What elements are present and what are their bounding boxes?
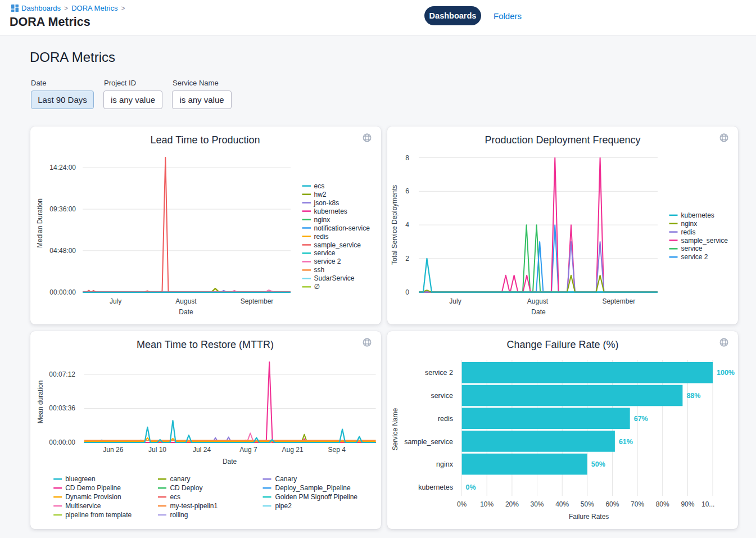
svg-text:Mean duration: Mean duration bbox=[37, 381, 44, 424]
svg-text:4: 4 bbox=[405, 221, 409, 229]
svg-text:Aug 7: Aug 7 bbox=[239, 446, 257, 454]
svg-text:Date: Date bbox=[179, 308, 193, 316]
svg-text:bluegreen: bluegreen bbox=[65, 475, 95, 483]
svg-text:ecs: ecs bbox=[170, 493, 180, 501]
svg-text:service: service bbox=[431, 392, 453, 400]
svg-text:rolling: rolling bbox=[170, 511, 188, 519]
svg-text:kubernetes: kubernetes bbox=[314, 207, 347, 215]
svg-text:Canary: Canary bbox=[275, 475, 297, 483]
svg-text:Jul 10: Jul 10 bbox=[148, 446, 166, 454]
svg-text:CD Demo Pipeline: CD Demo Pipeline bbox=[65, 484, 121, 492]
svg-text:Aug 21: Aug 21 bbox=[282, 446, 304, 454]
svg-text:Date: Date bbox=[531, 308, 546, 316]
svg-text:service 2: service 2 bbox=[681, 253, 708, 261]
svg-text:0: 0 bbox=[405, 288, 409, 296]
svg-text:ecs: ecs bbox=[314, 182, 325, 190]
svg-text:my-test-pipelin1: my-test-pipelin1 bbox=[170, 502, 218, 510]
svg-text:40%: 40% bbox=[555, 500, 569, 508]
svg-text:json-k8s: json-k8s bbox=[314, 199, 339, 207]
svg-text:July: July bbox=[110, 297, 121, 305]
svg-text:100%: 100% bbox=[717, 369, 735, 377]
svg-text:30%: 30% bbox=[530, 500, 544, 508]
svg-text:August: August bbox=[175, 297, 197, 305]
svg-text:SudarService: SudarService bbox=[314, 274, 355, 282]
svg-text:50%: 50% bbox=[581, 500, 594, 508]
svg-text:80%: 80% bbox=[656, 500, 669, 508]
svg-text:67%: 67% bbox=[634, 415, 648, 423]
svg-text:Deploy_Sample_Pipeline: Deploy_Sample_Pipeline bbox=[275, 484, 351, 492]
svg-text:kubernetes: kubernetes bbox=[681, 211, 714, 219]
svg-text:service: service bbox=[681, 245, 703, 252]
svg-text:redis: redis bbox=[438, 415, 453, 423]
svg-text:nginx: nginx bbox=[314, 216, 331, 224]
svg-text:Jul 24: Jul 24 bbox=[193, 446, 211, 454]
svg-text:August: August bbox=[527, 297, 549, 305]
svg-text:10%: 10% bbox=[480, 500, 494, 508]
svg-text:Mean Time to Restore (MTTR): Mean Time to Restore (MTTR) bbox=[137, 339, 274, 350]
svg-text:September: September bbox=[602, 297, 635, 305]
svg-text:sample_service: sample_service bbox=[314, 241, 361, 249]
svg-text:88%: 88% bbox=[686, 392, 700, 400]
svg-text:Dynamic Provision: Dynamic Provision bbox=[65, 493, 121, 501]
svg-text:hw2: hw2 bbox=[314, 191, 327, 198]
svg-text:redis: redis bbox=[314, 233, 329, 241]
svg-text:70%: 70% bbox=[631, 500, 644, 508]
svg-text:60%: 60% bbox=[605, 500, 619, 508]
svg-text:0%: 0% bbox=[457, 500, 467, 508]
svg-text:Median Duration: Median Duration bbox=[36, 198, 44, 248]
svg-text:Change Failure Rate (%): Change Failure Rate (%) bbox=[506, 339, 618, 350]
svg-text:pipe2: pipe2 bbox=[275, 502, 292, 510]
svg-text:Sep 4: Sep 4 bbox=[328, 446, 346, 454]
svg-text:service: service bbox=[314, 249, 336, 257]
svg-text:00:03:36: 00:03:36 bbox=[49, 404, 75, 412]
svg-text:September: September bbox=[241, 297, 274, 305]
svg-text:Jun 26: Jun 26 bbox=[103, 446, 123, 454]
svg-text:Golden PM Signoff Pipeline: Golden PM Signoff Pipeline bbox=[275, 493, 358, 501]
svg-text:kubernetes: kubernetes bbox=[418, 483, 453, 491]
svg-text:July: July bbox=[449, 297, 461, 305]
svg-text:nginx: nginx bbox=[436, 460, 454, 468]
svg-text:redis: redis bbox=[681, 228, 696, 236]
svg-text:0%: 0% bbox=[466, 483, 476, 491]
svg-text:04:48:00: 04:48:00 bbox=[49, 247, 76, 255]
svg-text:sample_service: sample_service bbox=[681, 237, 728, 245]
svg-text:Failure Rates: Failure Rates bbox=[569, 513, 609, 521]
svg-text:50%: 50% bbox=[591, 460, 605, 468]
svg-text:Lead Time to Production: Lead Time to Production bbox=[150, 134, 260, 146]
svg-text:service 2: service 2 bbox=[314, 257, 341, 265]
svg-text:canary: canary bbox=[170, 475, 190, 483]
svg-text:Service Name: Service Name bbox=[391, 408, 399, 450]
svg-text:10...: 10... bbox=[701, 500, 714, 508]
svg-text:Production Deployment Frequenc: Production Deployment Frequency bbox=[485, 134, 640, 146]
svg-text:00:00:00: 00:00:00 bbox=[49, 438, 75, 446]
svg-text:Total Service Deployments: Total Service Deployments bbox=[391, 185, 399, 265]
svg-text:nginx: nginx bbox=[681, 220, 698, 228]
svg-text:ssh: ssh bbox=[314, 266, 325, 274]
svg-text:notification-service: notification-service bbox=[314, 224, 370, 232]
svg-text:2: 2 bbox=[405, 255, 409, 263]
svg-text:09:36:00: 09:36:00 bbox=[49, 205, 76, 213]
svg-text:8: 8 bbox=[405, 154, 409, 162]
svg-text:00:00:00: 00:00:00 bbox=[49, 288, 76, 296]
svg-text:Multiservice: Multiservice bbox=[65, 502, 101, 510]
svg-text:20%: 20% bbox=[505, 500, 519, 508]
svg-text:Date: Date bbox=[223, 458, 237, 465]
svg-text:90%: 90% bbox=[681, 500, 694, 508]
svg-text:61%: 61% bbox=[619, 438, 633, 446]
svg-text:sample_service: sample_service bbox=[404, 438, 453, 446]
svg-text:00:07:12: 00:07:12 bbox=[49, 370, 75, 378]
svg-text:∅: ∅ bbox=[314, 283, 320, 291]
svg-text:service 2: service 2 bbox=[425, 369, 453, 377]
svg-text:pipeline from template: pipeline from template bbox=[65, 511, 132, 519]
svg-text:14:24:00: 14:24:00 bbox=[49, 164, 76, 171]
svg-text:CD Deploy: CD Deploy bbox=[170, 484, 202, 492]
svg-text:6: 6 bbox=[405, 187, 409, 195]
